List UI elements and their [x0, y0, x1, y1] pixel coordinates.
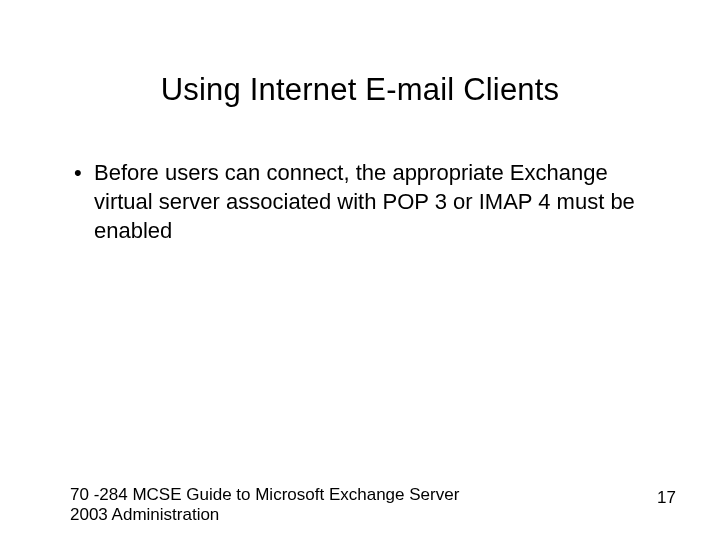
slide-body: • Before users can connect, the appropri…: [70, 158, 650, 245]
bullet-text: Before users can connect, the appropriat…: [94, 158, 650, 245]
bullet-icon: •: [70, 158, 94, 187]
slide-title: Using Internet E-mail Clients: [0, 72, 720, 108]
slide: Using Internet E-mail Clients • Before u…: [0, 0, 720, 540]
list-item: • Before users can connect, the appropri…: [70, 158, 650, 245]
footer-text: 70 -284 MCSE Guide to Microsoft Exchange…: [70, 485, 500, 526]
page-number: 17: [657, 488, 676, 508]
